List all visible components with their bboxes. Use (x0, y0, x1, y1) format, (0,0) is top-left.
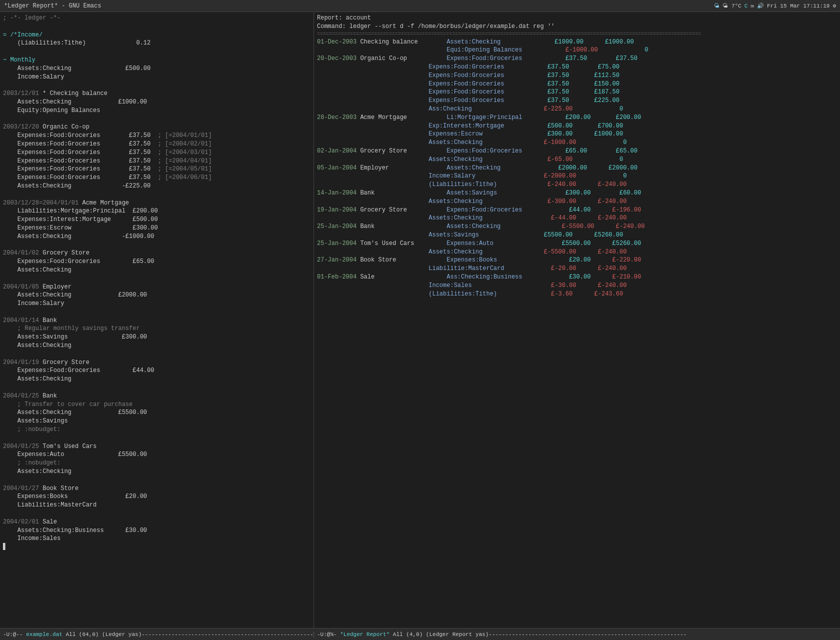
left-line-cursor: ▋ (3, 543, 310, 552)
report-row-7: 00-Xxx-0000 xxxxxxxxxxxxxxxxx Expens:Foo… (317, 96, 837, 105)
datetime: Fri 15 Mar 17:11:19 (767, 3, 830, 9)
left-line-savings-car: Assets:Savings (3, 417, 310, 426)
left-line-grocery-5: Expenses:Food:Groceries £37.50 ; [=2004/… (3, 165, 310, 174)
left-line-savings-300: Assets:Savings £300.00 (3, 333, 310, 342)
app-title: *Ledger Report* - GNU Emacs (4, 2, 101, 10)
left-line-mortgage: 2003/12/28=2004/01/01 Acme Mortgage (3, 199, 310, 208)
left-line-escrow: Expenses:Escrow £300.00 (3, 224, 310, 232)
left-line-checking-neg: Assets:Checking -£225.00 (3, 182, 310, 190)
report-separator: ========================================… (317, 31, 837, 38)
left-line-blank-12 (3, 476, 310, 484)
left-line-grocery-6: Expenses:Food:Groceries £37.50 ; [=2004/… (3, 174, 310, 182)
report-row-3: 00-Xxx-0000 xxxxxxxxxxxxxxxxx Expens:Foo… (317, 63, 837, 72)
report-row-27: 00-Xxx-0000 xxxxxxxxxxxxxxxxx Liabilitie… (317, 264, 837, 273)
report-row-12: 00-Xxx-0000 xxxxxxxxxxxxxxxxx Assets:Che… (317, 138, 837, 147)
report-row-14: 00-Xxx-0000 xxxxxxxxxxxxxxxxx Assets:Che… (317, 156, 837, 164)
left-line-nobudget-2: ; :nobudget: (3, 459, 310, 468)
left-line-checking-auto: Assets:Checking (3, 468, 310, 476)
left-line-used-cars: 2004/01/25 Tom's Used Cars (3, 442, 310, 451)
report-row-2: 20-Dec-2003 Organic Co-op Expens:Food:Gr… (317, 54, 837, 63)
status-right-text: -U:@%- *Ledger Report* All (4,0) (Ledger… (317, 632, 686, 638)
report-header-label: Report: account (317, 14, 837, 22)
left-line-grocery-3: Expenses:Food:Groceries £37.50 ; [=2004/… (3, 148, 310, 157)
report-row-10: 00-Xxx-0000 xxxxxxxxxxxxxxxxx Exp:Intere… (317, 122, 837, 130)
report-row-25: 00-Xxx-0000 xxxxxxxxxxxxxxxxx Assets:Che… (317, 248, 837, 256)
temperature: 🌤 7°C (722, 2, 741, 9)
report-row-6: 00-Xxx-0000 xxxxxxxxxxxxxxxxx Expens:Foo… (317, 88, 837, 96)
status-bar-right: -U:@%- *Ledger Report* All (4,0) (Ledger… (314, 632, 840, 638)
left-line-books-20: Expenses:Books £20.00 (3, 492, 310, 501)
report-row-28: 01-Feb-2004 Sale Ass:Checking:Business £… (317, 273, 837, 282)
left-line-grocery-65: Expenses:Food:Groceries £65.00 (3, 258, 310, 266)
left-line-organic: 2003/12/20 Organic Co-op (3, 123, 310, 132)
network-icon: 🔊 (757, 2, 764, 9)
title-bar: *Ledger Report* - GNU Emacs 🌤 🌤 7°C C ✉ … (0, 0, 840, 12)
left-line-grocery-store-2: 2004/01/19 Grocery Store (3, 358, 310, 367)
left-line-income: = /*Income/ (3, 31, 310, 40)
left-line-blank-3 (3, 81, 310, 90)
refresh-icon[interactable]: C (744, 3, 748, 9)
report-row-15: 05-Jan-2004 Employer Assets:Checking £20… (317, 164, 837, 172)
right-pane[interactable]: Report: account Command: ledger --sort d… (314, 12, 840, 628)
left-line-mortgage-principal: Liabilities:Mortgage:Principal £200.00 (3, 207, 310, 216)
report-row-23: 00-Xxx-0000 xxxxxxxxxxxxxxxxx Assets:Sav… (317, 231, 837, 240)
left-line-grocery-2: Expenses:Food:Groceries £37.50 ; [=2004/… (3, 140, 310, 148)
title-bar-left: *Ledger Report* - GNU Emacs (4, 2, 101, 10)
weather-icon: 🌤 (714, 2, 720, 9)
left-line-business-30: Assets:Checking:Business £30.00 (3, 526, 310, 535)
left-line-checking-bal: 2003/12/01 * Checking balance (3, 90, 310, 98)
status-left-text: -U:@-- example.dat All (64,0) (Ledger ya… (3, 632, 314, 638)
left-line-checking-44: Assets:Checking (3, 375, 310, 384)
left-line-mastercard: Liabilities:MasterCard (3, 501, 310, 510)
left-line-blank-13 (3, 510, 310, 518)
left-line-equity: Equity:Opening Balances (3, 106, 310, 115)
left-line-bank-1: 2004/01/14 Bank (3, 316, 310, 325)
left-line-income-sales: Income:Sales (3, 534, 310, 543)
report-row-9: 28-Dec-2003 Acme Mortgage Li:Mortgage:Pr… (317, 114, 837, 122)
title-bar-right: 🌤 🌤 7°C C ✉ 🔊 Fri 15 Mar 17:11:19 ⚙ (714, 2, 836, 9)
settings-icon[interactable]: ⚙ (832, 2, 836, 9)
left-line-grocery-4: Expenses:Food:Groceries £37.50 ; [=2004/… (3, 157, 310, 166)
report-row-24: 25-Jan-2004 Tom's Used Cars Expenses:Aut… (317, 240, 837, 248)
left-line-1: ; -*- ledger -*- (3, 14, 310, 22)
left-line-blank-8 (3, 308, 310, 316)
left-line-blank-4 (3, 115, 310, 124)
left-line-grocery-store-1: 2004/01/02 Grocery Store (3, 249, 310, 258)
left-line-blank-9 (3, 350, 310, 358)
report-row-21: 00-Xxx-0000 xxxxxxxxxxxxxxxxx Assets:Che… (317, 214, 837, 222)
report-row-11: 00-Xxx-0000 xxxxxxxxxxxxxxxxx Expenses:E… (317, 130, 837, 138)
left-pane[interactable]: ; -*- ledger -*- = /*Income/ (Liabilitie… (0, 12, 314, 628)
left-line-blank-5 (3, 190, 310, 199)
report-row-4: 00-Xxx-0000 xxxxxxxxxxxxxxxxx Expens:Foo… (317, 72, 837, 80)
left-line-blank-1 (3, 22, 310, 31)
report-row-5: 00-Xxx-0000 xxxxxxxxxxxxxxxxx Expens:Foo… (317, 80, 837, 88)
left-line-salary: Income:Salary (3, 73, 310, 82)
left-line-blank-10 (3, 384, 310, 392)
left-line-sale: 2004/02/01 Sale (3, 518, 310, 526)
left-line-employer: 2004/01/05 Employer (3, 283, 310, 292)
left-line-auto-5500: Expenses:Auto £5500.00 (3, 450, 310, 459)
left-line-assets-1000: Assets:Checking £1000.00 (3, 98, 310, 106)
report-row-22: 25-Jan-2004 Bank Assets:Checking £-5500.… (317, 222, 837, 231)
left-line-income-salary: Income:Salary (3, 300, 310, 308)
main-content: ; -*- ledger -*- = /*Income/ (Liabilitie… (0, 12, 840, 628)
left-line-mortgage-interest: Expenses:Interest:Mortgage £500.00 (3, 216, 310, 224)
left-line-car-comment: ; Transfer to cover car purchase (3, 400, 310, 409)
report-row-16: 00-Xxx-0000 xxxxxxxxxxxxxxxxx Income:Sal… (317, 172, 837, 180)
left-line-checking-savings: Assets:Checking (3, 342, 310, 350)
left-line-checking-2000: Assets:Checking £2000.00 (3, 291, 310, 300)
left-line-savings-comment: ; Regular monthly savings transfer (3, 324, 310, 333)
left-line-checking-5500: Assets:Checking £5500.00 (3, 408, 310, 417)
left-line-grocery-44: Expenses:Food:Groceries £44.00 (3, 366, 310, 375)
left-line-checking: Assets:Checking £500.00 (3, 64, 310, 73)
left-line-blank-7 (3, 274, 310, 283)
mail-icon[interactable]: ✉ (750, 2, 754, 9)
status-bar-left: -U:@-- example.dat All (64,0) (Ledger ya… (0, 632, 314, 638)
left-line-blank-6 (3, 241, 310, 250)
report-row-30: 00-Xxx-0000 xxxxxxxxxxxxxxxxx (Liabiliti… (317, 290, 837, 298)
report-row-18: 14-Jan-2004 Bank Assets:Savings £300.00 … (317, 189, 837, 198)
report-command: Command: ledger --sort d -f /home/borbus… (317, 22, 837, 31)
left-line-monthly: ~ Monthly (3, 56, 310, 64)
report-row-29: 00-Xxx-0000 xxxxxxxxxxxxxxxxx Income:Sal… (317, 282, 837, 290)
report-row-8: 00-Xxx-0000 xxxxxxxxxxxxxxxxx Ass:Checki… (317, 105, 837, 114)
